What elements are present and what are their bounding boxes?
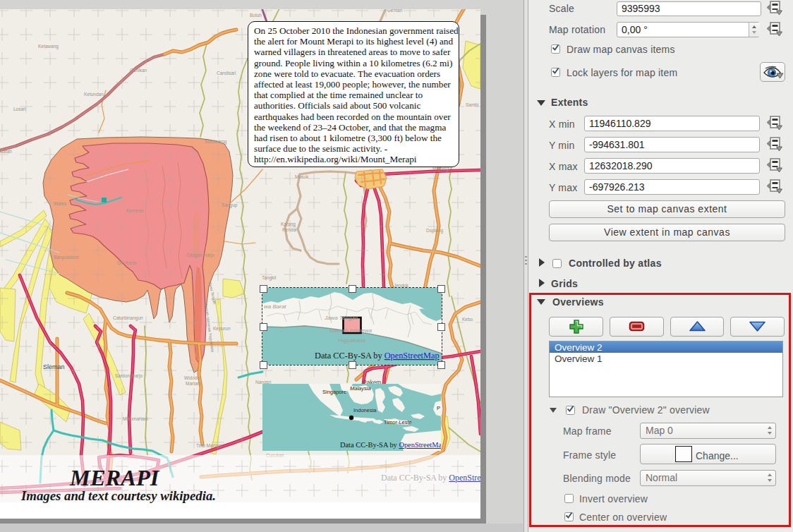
svg-text:Data CC-By-SA by OpenStreetMap: Data CC-By-SA by OpenStreetMap <box>340 441 441 449</box>
svg-text:Timor-Leste: Timor-Leste <box>384 419 412 425</box>
svg-text:Singapore: Singapore <box>322 389 346 395</box>
svg-text:P: P <box>437 405 440 411</box>
svg-text:Indonesia: Indonesia <box>353 407 377 413</box>
svg-text:Malaysia: Malaysia <box>350 385 371 392</box>
